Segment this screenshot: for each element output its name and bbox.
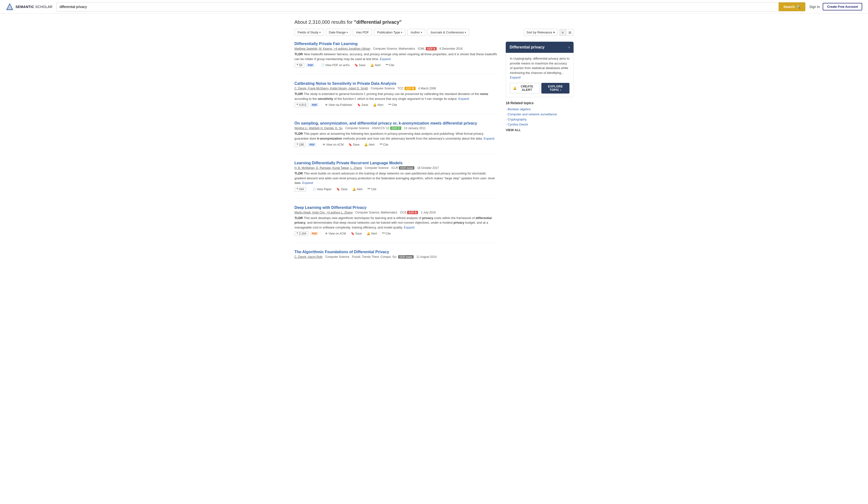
header: SEMANTIC SCHOLAR Search 🔍 Sign In Create… (0, 0, 868, 13)
expand-link[interactable]: Expand (484, 137, 494, 140)
view-all-link[interactable]: VIEW ALL (506, 128, 574, 132)
alert-link[interactable]: 🔔 Alert (371, 103, 384, 107)
filter-has-pdf[interactable]: Has PDF (353, 29, 372, 36)
paper-item: Calibrating Noise to Sensitivity in Priv… (294, 81, 498, 114)
filter-author[interactable]: Author ▾ (407, 29, 425, 36)
explore-topic-button[interactable]: EXPLORE TOPIC › (541, 83, 569, 93)
save-link[interactable]: 🔖 Save (335, 187, 349, 192)
topic-expand-link[interactable]: Expand (510, 75, 520, 79)
paper-title[interactable]: The Algorithmic Foundations of Different… (294, 250, 498, 254)
paper-title[interactable]: Learning Differentially Private Recurren… (294, 161, 498, 165)
expand-link[interactable]: Expand (302, 181, 313, 185)
paper-item: On sampling, anonymization, and differen… (294, 121, 498, 154)
quote-icon: ❝ (297, 187, 298, 191)
pdf-badge[interactable]: PDF (310, 232, 319, 236)
expand-link[interactable]: Expand (404, 226, 414, 229)
cite-link[interactable]: ❝❝ Cite (378, 143, 390, 147)
save-link[interactable]: 🔖 Save (356, 103, 370, 107)
alert-link[interactable]: 🔔 Alert (351, 187, 364, 192)
citation-count: ❝ 2,164 (294, 231, 309, 236)
cite-link[interactable]: ❝❝ Cite (366, 187, 378, 192)
related-topic-item[interactable]: Cryptography (506, 117, 574, 121)
pdf-badge[interactable]: PDF (306, 63, 314, 67)
paper-title[interactable]: Calibrating Noise to Sensitivity in Priv… (294, 81, 498, 86)
create-alert-button[interactable]: 🔔 CREATE ALERT (510, 83, 539, 93)
paper-authors[interactable]: H. B. McMahan, D. Ramage, Kunal Talwar, … (294, 166, 362, 169)
view-acm-link[interactable]: 👁 View on ACM (323, 232, 348, 236)
topic-body: In cryptography, differential privacy ai… (506, 53, 574, 97)
filter-publication-type[interactable]: Publication Type ▾ (374, 29, 405, 36)
paper-authors[interactable]: Matthew Jagielski, M. Kearns, +4 authors… (294, 47, 370, 50)
results-heading: About 2,310,000 results for "differentia… (294, 19, 574, 25)
filter-fields-of-study[interactable]: Fields of Study ▾ (294, 29, 324, 36)
paper-title[interactable]: Differentially Private Fair Learning (294, 42, 498, 46)
topic-actions: 🔔 CREATE ALERT EXPLORE TOPIC › (510, 83, 569, 93)
results-list: Differentially Private Fair Learning Mat… (294, 42, 498, 274)
quote-icon: ❝ (297, 232, 298, 235)
related-topic-item[interactable]: Cynthia Dwork (506, 123, 574, 126)
paper-meta: H. B. McMahan, D. Ramage, Kunal Talwar, … (294, 166, 498, 169)
sidebar: Differential privacy › In cryptography, … (506, 42, 574, 274)
paper-meta: Matthew Jagielski, M. Kearns, +4 authors… (294, 47, 498, 50)
paper-authors[interactable]: C. Dwork, Aaron Roth (294, 255, 322, 258)
view-pdf-link[interactable]: 📄 View PDF on arXiv (319, 63, 351, 68)
cite-icon: ❝❝ (385, 63, 389, 67)
quote-icon: ❝ (297, 103, 298, 106)
paper-authors[interactable]: Ninghui Li, Wahbeh H. Qardaji, D. Su (294, 126, 342, 130)
cite-link[interactable]: ❝❝ Cite (387, 103, 399, 107)
search-input[interactable] (57, 2, 778, 11)
paper-item: Differentially Private Fair Learning Mat… (294, 42, 498, 75)
view-publisher-link[interactable]: 👁 View via Publisher (323, 103, 354, 107)
filter-date-range[interactable]: Date Range ▾ (326, 29, 351, 36)
related-topics-heading: 18 Related topics (506, 101, 574, 105)
save-link[interactable]: 🔖 Save (353, 63, 367, 68)
logo-text: SEMANTIC SCHOLAR (16, 5, 53, 9)
save-link[interactable]: 🔖 Save (347, 143, 361, 147)
quote-icon: ❝ (297, 63, 298, 67)
search-bar: Search 🔍 (56, 2, 805, 11)
create-account-button[interactable]: Create Free Account (823, 3, 862, 10)
ccf-badge: CCF none (399, 166, 414, 169)
expand-link[interactable]: Expand (380, 57, 391, 61)
pdf-badge[interactable]: PDF (310, 103, 319, 107)
save-icon: 🔖 (354, 63, 358, 67)
search-button[interactable]: Search 🔍 (778, 2, 805, 11)
tldr-text: TLDRThis work builds on recent advances … (294, 171, 498, 185)
cite-link[interactable]: ❝❝ Cite (384, 63, 396, 68)
pdf-badge[interactable]: PDF (308, 143, 316, 147)
alert-link[interactable]: 🔔 Alert (369, 63, 382, 68)
paper-meta: Ninghui Li, Wahbeh H. Qardaji, D. Su · C… (294, 126, 498, 130)
paper-title[interactable]: On sampling, anonymization, and differen… (294, 121, 498, 125)
grid-view-button[interactable]: ⊞ (566, 29, 574, 36)
citation-count: ❝ 444 (294, 187, 306, 192)
paper-title[interactable]: Deep Learning with Differential Privacy (294, 205, 498, 210)
topic-expand-icon[interactable]: › (568, 45, 570, 49)
related-topic-item[interactable]: Boolean algebra (506, 107, 574, 111)
filter-journals-conferences[interactable]: Journals & Conferences ▾ (427, 29, 469, 36)
ccf-badge: CCF A (407, 211, 418, 214)
paper-meta: C. Dwork, Frank McSherry, Kobbi Nissim, … (294, 87, 498, 90)
tldr-text: TLDRThis work develops new algorithmic t… (294, 216, 498, 230)
view-paper-link[interactable]: 📄 View Paper (311, 187, 333, 192)
sort-select[interactable]: Sort by Relevance ▾ (524, 29, 558, 36)
paper-authors[interactable]: C. Dwork, Frank McSherry, Kobbi Nissim, … (294, 87, 368, 90)
view-acm-link[interactable]: 👁 View on ACM (321, 143, 345, 147)
expand-link[interactable]: Expand (458, 97, 469, 101)
related-topic-item[interactable]: Computer and network surveillance (506, 112, 574, 116)
paper-authors[interactable]: Martin Abadi, Andy Chu, +4 authors L. Zh… (294, 211, 353, 214)
alert-link[interactable]: 🔔 Alert (365, 232, 378, 236)
signin-link[interactable]: Sign In (809, 5, 820, 9)
cite-link[interactable]: ❝❝ Cite (381, 232, 392, 236)
save-link[interactable]: 🔖 Save (349, 232, 363, 236)
view-icon: 👁 (325, 103, 328, 106)
list-view-button[interactable]: ≡ (559, 29, 566, 36)
paper-actions: ❝ 444 · 📄 View Paper 🔖 Save 🔔 Alert ❝❝ C… (294, 187, 498, 192)
main-content: About 2,310,000 results for "differentia… (289, 13, 579, 279)
view-icon: 👁 (325, 232, 328, 235)
paper-item: Deep Learning with Differential Privacy … (294, 205, 498, 243)
ccf-badge: CCF none (398, 255, 414, 258)
sort-area: Sort by Relevance ▾ ≡ ⊞ (524, 29, 574, 36)
alert-link[interactable]: 🔔 Alert (363, 143, 376, 147)
bell-icon: 🔔 (513, 86, 517, 90)
paper-meta: C. Dwork, Aaron Roth · Computer Science … (294, 255, 498, 258)
